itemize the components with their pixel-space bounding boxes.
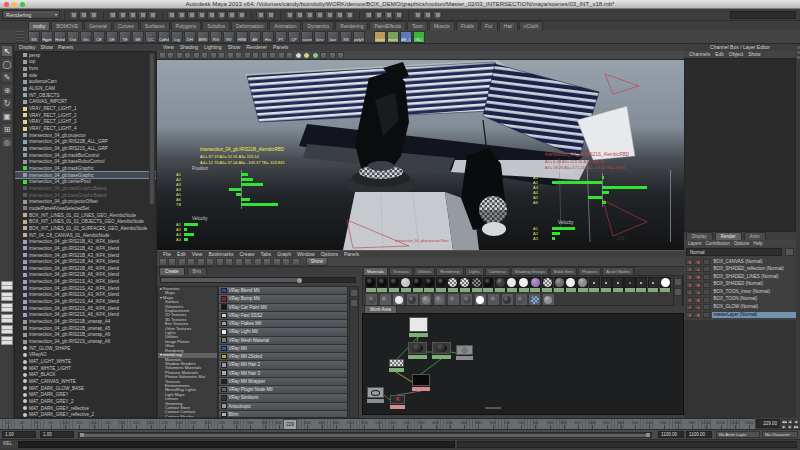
tab-materials[interactable]: Materials: [363, 267, 388, 275]
shelf-button[interactable]: AE_C: [400, 31, 412, 43]
material-swatch[interactable]: [483, 277, 494, 292]
layer-override-toggle[interactable]: [703, 304, 710, 310]
status-icon[interactable]: [394, 11, 403, 20]
outliner-item[interactable]: side: [15, 72, 156, 79]
tab-asset-nodes[interactable]: Asset Nodes: [602, 267, 634, 275]
layer-menu-layers[interactable]: Layers: [688, 240, 702, 247]
layout-preset-button[interactable]: [1, 303, 13, 312]
outliner-item[interactable]: intersection_04_gb:IRIS21B_A4_IKFK_blend: [15, 258, 156, 265]
outliner-item[interactable]: intersection_04_gb:IRIS21B_unwrap_A6: [15, 332, 156, 339]
last-tool-icon[interactable]: ◎: [1, 136, 13, 148]
outliner-item[interactable]: intersection_04_gb:baseGraphicBaked: [15, 192, 156, 199]
create-node-button[interactable]: VRay Blend Mtl: [219, 287, 347, 295]
status-icon[interactable]: [69, 11, 78, 20]
layer-tab-anim[interactable]: Anim: [744, 232, 766, 240]
shader-node[interactable]: [409, 317, 428, 337]
layer-renderable-toggle[interactable]: [686, 274, 693, 280]
material-swatch[interactable]: [487, 293, 500, 306]
outliner-item[interactable]: intersection_04_gb:projectorOffset: [15, 198, 156, 205]
outliner-item[interactable]: MAT_WHITE_LIGHT: [15, 365, 156, 372]
material-swatch[interactable]: [577, 277, 588, 292]
status-icon[interactable]: [345, 11, 354, 20]
status-icon[interactable]: [266, 11, 275, 20]
status-icon[interactable]: [227, 11, 236, 20]
material-swatch[interactable]: [459, 277, 470, 292]
layer-visibility-toggle[interactable]: [694, 266, 701, 272]
status-icon[interactable]: [108, 11, 117, 20]
hypershade-toolbar-icon[interactable]: [273, 258, 281, 266]
status-icon[interactable]: [295, 11, 304, 20]
create-node-button[interactable]: VRay Mtl: [219, 345, 347, 353]
status-icon[interactable]: [413, 11, 422, 20]
hypershade-toolbar-icon[interactable]: [225, 258, 233, 266]
viewport-toolbar-icon[interactable]: [269, 52, 276, 59]
layer-visibility-toggle[interactable]: [694, 282, 701, 288]
scale-tool-icon[interactable]: ▣: [1, 110, 13, 122]
layer-menu-help[interactable]: Help: [753, 240, 762, 247]
hypershade-toolbar-icon[interactable]: [244, 258, 252, 266]
create-node-button[interactable]: Blinn: [219, 411, 347, 418]
outliner-menu-show[interactable]: Show: [40, 44, 53, 51]
viewport-menu-panels[interactable]: Panels: [273, 44, 288, 51]
layer-renderable-toggle[interactable]: [686, 312, 693, 318]
material-swatch[interactable]: [589, 277, 600, 292]
range-handle-left[interactable]: [80, 433, 84, 437]
lasso-tool-icon[interactable]: ◯: [1, 58, 13, 70]
hypershade-toolbar-icon[interactable]: [168, 258, 176, 266]
shelf-button[interactable]: CC: [145, 31, 157, 43]
status-icon[interactable]: [167, 11, 176, 20]
shelf-button[interactable]: SS: [340, 31, 352, 43]
viewport-toolbar-icon[interactable]: [227, 52, 234, 59]
create-node-button[interactable]: VRay Car Paint Mtl: [219, 304, 347, 312]
menu-set-dropdown[interactable]: Rendering▾: [2, 10, 60, 19]
shader-node[interactable]: [389, 359, 404, 372]
outliner-item[interactable]: intersection_04_gb:IRIS21S_A4_IKFK_blend: [15, 298, 156, 305]
layer-renderable-toggle[interactable]: [686, 266, 693, 272]
hypershade-toolbar-icon[interactable]: [263, 258, 271, 266]
shelf-tab[interactable]: PaintEffects: [369, 21, 406, 30]
outliner-item[interactable]: modelPanel4ViewSelectedSet: [15, 205, 156, 212]
swatch-size-slider[interactable]: [160, 277, 356, 283]
hypershade-toolbar-icon[interactable]: [282, 258, 290, 266]
material-swatch[interactable]: [474, 293, 487, 306]
shelf-button[interactable]: CpEd: [158, 31, 170, 43]
viewport-menu-view[interactable]: View: [163, 44, 174, 51]
status-icon[interactable]: [128, 11, 137, 20]
shelf-button[interactable]: His: [262, 31, 274, 43]
hypershade-toolbar-icon[interactable]: [292, 258, 300, 266]
viewport-menu-shading[interactable]: Shading: [180, 44, 198, 51]
quick-field[interactable]: [730, 11, 796, 19]
tab-rendering[interactable]: Rendering: [436, 267, 463, 275]
layer-visibility-toggle[interactable]: [694, 274, 701, 280]
material-swatch[interactable]: [412, 277, 423, 292]
shelf-button[interactable]: SS: [28, 31, 40, 43]
shelf-tab[interactable]: moby: [28, 21, 50, 30]
tab-bake-sets[interactable]: Bake Sets: [550, 267, 577, 275]
outliner-item[interactable]: INT_GLOW_SHAPE: [15, 345, 156, 352]
status-icon[interactable]: [89, 11, 98, 20]
add-layer-button[interactable]: [785, 248, 794, 256]
outliner-item[interactable]: intersection_04_gb:IRIS21B_ALL_GRP: [15, 139, 156, 146]
layout-preset-button[interactable]: [1, 292, 13, 301]
paint-select-tool-icon[interactable]: ✎: [1, 71, 13, 83]
outliner-item[interactable]: VRAY_RECT_LIGHT_2: [15, 112, 156, 119]
material-swatch[interactable]: [501, 293, 514, 306]
outliner-item[interactable]: MAT_LIGHT_WHITE: [15, 358, 156, 365]
layer-override-toggle[interactable]: [703, 312, 710, 318]
viewport-3d-scene[interactable]: [157, 60, 684, 250]
outliner-item[interactable]: intersection_04_gb:trackBotControl: [15, 152, 156, 159]
shader-node[interactable]: X: [390, 395, 405, 409]
material-swatch[interactable]: [542, 293, 555, 306]
viewport-toolbar-icon[interactable]: [218, 52, 225, 59]
outliner-item[interactable]: intersection_04_gb:IRIS21B_A5_IKFK_blend: [15, 265, 156, 272]
outliner-item[interactable]: INT_04_C8_CANVAS_01_AlembicNode: [15, 232, 156, 239]
material-swatch[interactable]: [601, 277, 612, 292]
shelf-button[interactable]: mass: [387, 31, 399, 43]
material-swatch[interactable]: [612, 277, 623, 292]
outliner-item[interactable]: intersection_04_gb:IRIS21S_unwrap_A6: [15, 338, 156, 345]
outliner-item[interactable]: BOX_INT_LINES_01_02_OBJECTS_GEO_AlembicN…: [15, 218, 156, 225]
hypershade-toolbar-icon[interactable]: [216, 258, 224, 266]
viewport-toolbar-icon[interactable]: [320, 52, 327, 59]
material-swatch[interactable]: [419, 293, 432, 306]
material-swatch[interactable]: [542, 277, 553, 292]
